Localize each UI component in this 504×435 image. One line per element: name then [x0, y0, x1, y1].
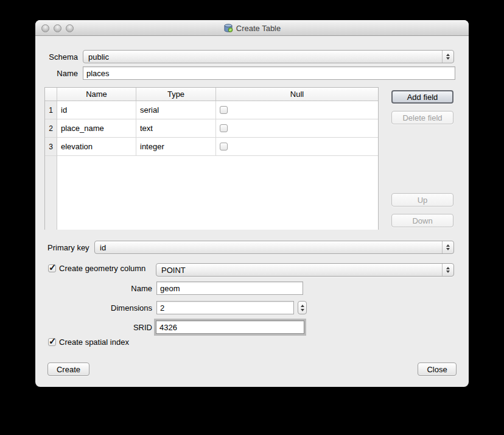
cell-field-name[interactable]: place_name: [57, 119, 136, 138]
fields-table-header: Name Type Null: [45, 88, 378, 101]
create-geometry-column-row: Create geometry column: [48, 264, 145, 273]
primary-key-selected-value: id: [95, 243, 442, 252]
chevron-updown-icon: [442, 51, 453, 63]
table-row[interactable]: 3 elevation integer: [45, 138, 378, 156]
schema-selected-value: public: [83, 52, 442, 62]
chevron-updown-icon: [442, 264, 453, 276]
add-field-button[interactable]: Add field: [391, 90, 453, 104]
close-button[interactable]: Close: [418, 362, 457, 376]
geometry-name-label: Name: [72, 284, 152, 293]
fields-table-empty-area: [45, 156, 378, 230]
geometry-name-input[interactable]: geom: [156, 281, 303, 295]
table-name-input[interactable]: places: [83, 66, 455, 80]
table-row[interactable]: 2 place_name text: [45, 119, 378, 138]
geometry-type-selected-value: POINT: [156, 266, 442, 275]
move-up-button[interactable]: Up: [391, 193, 453, 207]
primary-key-select[interactable]: id: [94, 241, 454, 254]
primary-key-label: Primary key: [47, 243, 93, 252]
dimensions-input[interactable]: 2: [156, 301, 294, 314]
create-table-dialog: Create Table Schema public Name places N…: [35, 20, 469, 387]
geometry-type-select[interactable]: POINT: [156, 263, 454, 277]
delete-field-button[interactable]: Delete field: [391, 111, 453, 124]
null-checkbox[interactable]: [220, 124, 228, 132]
titlebar[interactable]: Create Table: [35, 20, 469, 36]
column-header-null[interactable]: Null: [216, 88, 378, 101]
create-spatial-index-checkbox[interactable]: [48, 338, 56, 346]
move-down-button[interactable]: Down: [391, 214, 453, 227]
schema-select[interactable]: public: [83, 50, 454, 63]
table-name-label: Name: [35, 69, 78, 78]
srid-input[interactable]: 4326: [156, 320, 304, 334]
chevron-updown-icon: [442, 241, 453, 253]
srid-value: 4326: [159, 323, 177, 332]
stepper-down-icon[interactable]: [301, 309, 304, 311]
create-button[interactable]: Create: [47, 362, 89, 376]
table-row[interactable]: 1 id serial: [45, 101, 378, 119]
create-geometry-column-checkbox[interactable]: [48, 264, 56, 272]
null-checkbox[interactable]: [220, 143, 228, 150]
geometry-name-value: geom: [160, 284, 180, 293]
dimensions-value: 2: [160, 303, 164, 313]
srid-label: SRID: [72, 323, 152, 332]
row-number: 2: [45, 119, 57, 138]
row-number: 1: [45, 101, 57, 119]
database-icon: [223, 23, 233, 33]
row-number: 3: [45, 138, 57, 156]
create-spatial-index-label: Create spatial index: [59, 338, 129, 347]
dimensions-label: Dimensions: [72, 303, 152, 313]
fields-table[interactable]: Name Type Null 1 id serial 2 place_name …: [44, 87, 379, 230]
dimensions-stepper[interactable]: [298, 301, 307, 314]
cell-field-type[interactable]: serial: [136, 101, 216, 119]
cell-field-type[interactable]: integer: [136, 138, 216, 156]
window-title: Create Table: [236, 24, 281, 33]
create-spatial-index-row: Create spatial index: [48, 338, 129, 347]
stepper-up-icon[interactable]: [301, 305, 304, 307]
create-geometry-column-label: Create geometry column: [59, 264, 145, 273]
table-name-value: places: [86, 69, 110, 78]
cell-field-name[interactable]: id: [57, 101, 136, 119]
column-header-name[interactable]: Name: [57, 88, 136, 101]
schema-label: Schema: [35, 52, 78, 62]
column-header-type[interactable]: Type: [136, 88, 216, 101]
null-checkbox[interactable]: [220, 106, 228, 114]
cell-field-type[interactable]: text: [136, 119, 216, 138]
cell-field-name[interactable]: elevation: [57, 138, 136, 156]
